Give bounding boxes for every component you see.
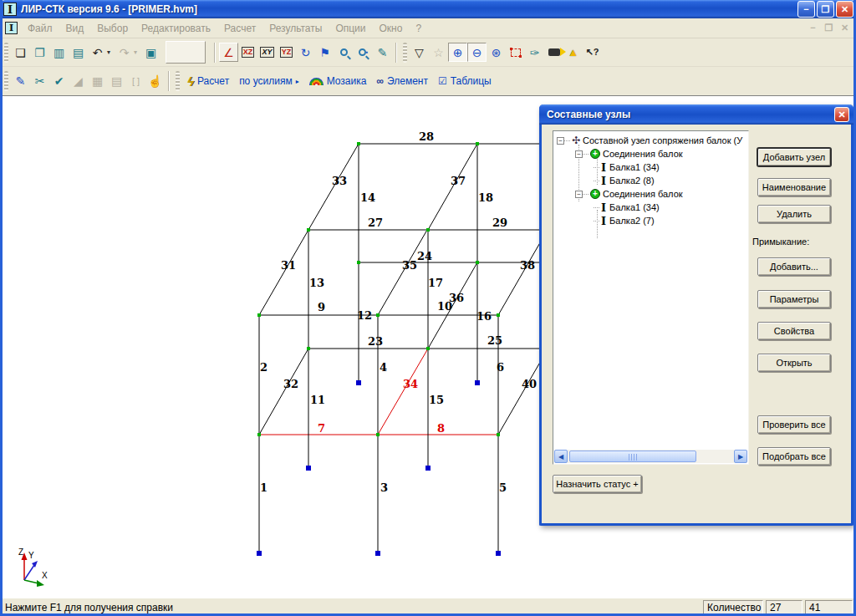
save-button[interactable]: ▥ (49, 43, 69, 62)
projection-xz-button[interactable]: ХZ (238, 43, 257, 62)
projection-yz-button[interactable]: YZ (277, 43, 296, 62)
tree-item-group2[interactable]: − + Соединения балок (553, 187, 748, 201)
tree-item-beam[interactable]: I Балка2 (7) (553, 214, 748, 227)
zoom-in-icon: ⊕ (453, 46, 463, 59)
menu-options[interactable]: Опции (329, 21, 372, 36)
mozaika-button[interactable]: Мозаика (304, 74, 372, 89)
attach-add-button[interactable]: Добавить... (757, 257, 831, 276)
element-edit-button[interactable]: ✎ (11, 72, 30, 91)
filter-button[interactable]: ▽ (410, 43, 429, 62)
menu-edit[interactable]: Редактировать (135, 21, 217, 36)
minimize-button[interactable]: − (797, 1, 815, 18)
element-button[interactable]: ∞ Элемент (371, 74, 433, 89)
pencil-button[interactable]: ✎ (373, 43, 392, 62)
attachment-label: Примыкание: (752, 237, 809, 247)
zoom-out-button[interactable]: ⊖ (467, 43, 487, 62)
menu-view[interactable]: Вид (59, 21, 91, 36)
close-button[interactable]: ✕ (836, 1, 853, 18)
wall-button[interactable]: ▦ (88, 72, 107, 91)
scroll-right-icon[interactable]: ▶ (734, 450, 747, 463)
composite-node-icon: ✣ (572, 135, 580, 146)
print-button[interactable]: ▣ (141, 43, 160, 62)
toolbar-grip[interactable] (403, 43, 407, 63)
nodes-tree[interactable]: − ✣ Составной узел сопряжения балок (У −… (553, 130, 749, 465)
ramp-button[interactable]: ◢ (69, 72, 88, 91)
check-all-button[interactable]: Проверить все (757, 415, 831, 434)
naming-button[interactable]: Наименование (757, 178, 831, 196)
zoom-in-button[interactable]: ⊕ (448, 43, 467, 62)
brush-button[interactable]: ✑ (525, 43, 544, 62)
crane-icon: ▲ (568, 46, 578, 59)
menu-file[interactable]: Файл (21, 21, 59, 36)
undo-dropdown[interactable]: ▾ (107, 48, 115, 56)
hand-select-button[interactable]: ☝ (145, 72, 165, 91)
open-button[interactable]: Открыть (757, 354, 831, 372)
redo-dropdown[interactable]: ▾ (134, 48, 141, 56)
element-edit-icon: ✎ (16, 74, 26, 88)
collapse-icon[interactable]: − (575, 150, 583, 158)
menu-help[interactable]: ? (409, 21, 428, 36)
undo-button[interactable]: ↶ (88, 43, 107, 62)
open-button[interactable]: ❐ (30, 43, 49, 62)
lasso-select-button[interactable]: ☆ (429, 43, 448, 62)
joint-node (307, 347, 310, 350)
element-number-label: 4 (380, 361, 387, 374)
zoom-region-button[interactable]: ▪ (354, 43, 373, 62)
flag-button[interactable]: ⚑ (315, 43, 334, 62)
axes-icon: ∠ (223, 46, 234, 59)
support-node (375, 551, 380, 556)
scrollbar-thumb[interactable] (569, 451, 696, 462)
model-element (378, 230, 427, 315)
tree-item-beam[interactable]: I Балка1 (34) (553, 160, 748, 174)
brackets-button[interactable]: [ ] (126, 72, 145, 91)
restore-button[interactable]: ❐ (817, 1, 834, 18)
tree-horizontal-scrollbar[interactable]: ◀ ▶ (554, 450, 747, 463)
toolbar-grip[interactable] (4, 71, 8, 91)
po-usiliyam-button[interactable]: по усилиям ▸ (234, 74, 304, 89)
tree-item-beam[interactable]: I Балка1 (34) (553, 201, 748, 214)
toolbar-grip[interactable] (4, 43, 8, 63)
axes-view-button[interactable]: ∠ (219, 43, 238, 62)
menu-calc[interactable]: Расчет (217, 21, 262, 36)
zoom-button[interactable] (334, 43, 354, 62)
raschet-button[interactable]: ϟ Расчет (182, 73, 234, 90)
assign-status-button[interactable]: Назначить статус + (553, 475, 642, 493)
tree-item-beam[interactable]: I Балка2 (8) (553, 174, 748, 187)
crane-button[interactable]: ▲ (563, 43, 583, 62)
toolbar-grip[interactable] (176, 71, 180, 91)
fragment-button[interactable] (506, 43, 525, 62)
dialog-close-button[interactable]: ✕ (834, 107, 849, 122)
redo-button[interactable]: ↷ (115, 43, 134, 62)
element-number-label: 31 (281, 259, 296, 272)
collapse-icon[interactable]: − (575, 191, 583, 198)
toolbar-separator (168, 71, 170, 91)
delete-button[interactable]: Удалить (757, 205, 831, 223)
add-node-button[interactable]: Добавить узел (757, 148, 831, 166)
menu-select[interactable]: Выбор (90, 21, 135, 36)
projection-xy-button[interactable]: XY (257, 43, 277, 62)
grid-button[interactable]: ▤ (107, 72, 126, 91)
flashlight-button[interactable] (544, 43, 563, 62)
beam-cut-button[interactable]: ✂ (30, 72, 49, 91)
tables-button[interactable]: ☑ Таблицы (433, 74, 497, 89)
fit-all-button[interactable]: Подобрать все (757, 447, 831, 466)
collapse-icon[interactable]: − (557, 137, 564, 145)
menu-window[interactable]: Окно (373, 21, 410, 36)
beam-check-button[interactable]: ✔ (49, 72, 69, 91)
tree-item-group1[interactable]: − + Соединения балок (553, 147, 748, 160)
element-number-label: 40 (522, 378, 537, 390)
ibeam-icon: I (601, 175, 606, 187)
menu-results[interactable]: Результаты (262, 21, 329, 36)
tree-item-root[interactable]: − ✣ Составной узел сопряжения балок (У (553, 134, 748, 147)
export-button[interactable]: ▤ (69, 43, 88, 62)
new-document-button[interactable]: ❏ (11, 43, 30, 62)
rotate-icon: ↻ (301, 46, 311, 59)
properties-button[interactable]: Свойства (757, 322, 831, 340)
rotate-view-button[interactable]: ↻ (296, 43, 315, 62)
parameters-button[interactable]: Параметры (757, 290, 831, 308)
element-number-label: 12 (357, 309, 372, 322)
scroll-left-icon[interactable]: ◀ (554, 450, 568, 463)
zoom-reset-button[interactable]: ⊛ (487, 43, 506, 62)
dialog-title-bar[interactable]: Составные узлы ✕ (539, 104, 853, 125)
context-help-button[interactable]: ↖? (583, 43, 602, 62)
